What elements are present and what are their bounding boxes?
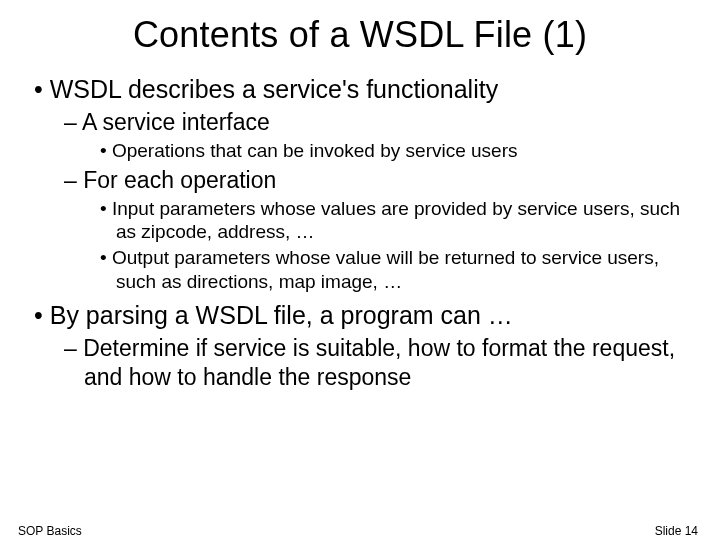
footer-right: Slide 14 xyxy=(655,524,698,538)
bullet-list: WSDL describes a service's functionality… xyxy=(34,74,686,391)
slide-content: WSDL describes a service's functionality… xyxy=(0,74,720,391)
bullet-lvl2: For each operation xyxy=(34,166,686,195)
bullet-lvl2: Determine if service is suitable, how to… xyxy=(34,334,686,392)
bullet-lvl1: By parsing a WSDL file, a program can … xyxy=(34,300,686,331)
bullet-lvl2: A service interface xyxy=(34,108,686,137)
bullet-lvl3: Input parameters whose values are provid… xyxy=(34,197,686,245)
slide: Contents of a WSDL File (1) WSDL describ… xyxy=(0,14,720,540)
bullet-lvl1: WSDL describes a service's functionality xyxy=(34,74,686,105)
footer-left: SOP Basics xyxy=(18,524,82,538)
bullet-lvl3: Operations that can be invoked by servic… xyxy=(34,139,686,163)
bullet-lvl3: Output parameters whose value will be re… xyxy=(34,246,686,294)
slide-title: Contents of a WSDL File (1) xyxy=(0,14,720,56)
